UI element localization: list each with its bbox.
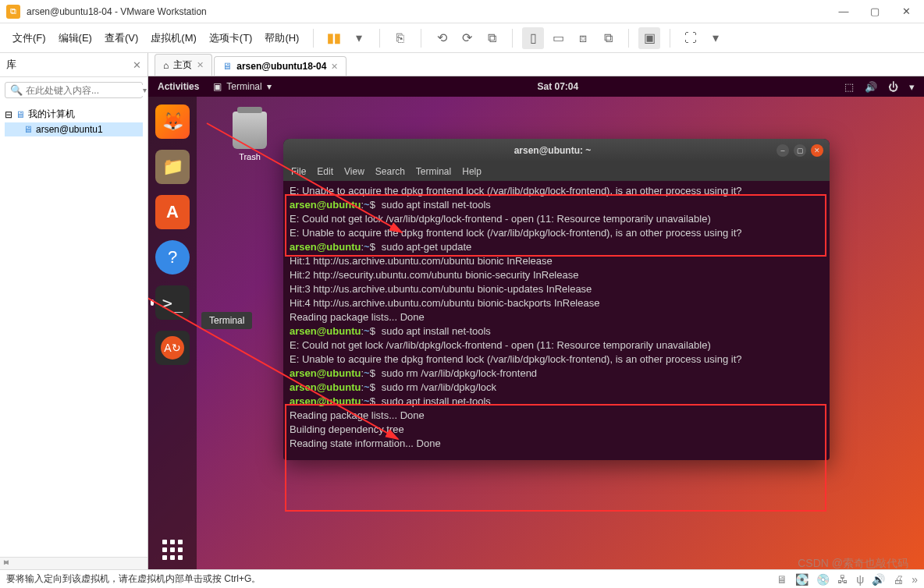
menu-file[interactable]: 文件(F)	[8, 29, 51, 48]
tree-vm-label: arsen@ubuntu1	[36, 124, 103, 135]
statusbar: 要将输入定向到该虚拟机，请在虚拟机内部单击或按 Ctrl+G。 🖥 💽 💿 🖧 …	[0, 569, 924, 588]
view-unity-icon[interactable]: ⧈	[572, 27, 594, 49]
device-monitor-icon[interactable]: 🖥	[777, 573, 787, 586]
library-panel: 库 ✕ 🔍 ▾ ⊟ 🖥 我的计算机 🖥 arsen@ubuntu1 ◄ ►	[0, 53, 148, 569]
stretch-icon[interactable]: ⛶	[680, 27, 702, 49]
window-maximize-button[interactable]: ▢	[863, 5, 887, 17]
fullscreen-icon[interactable]: ▣	[638, 27, 660, 49]
power-icon[interactable]: ⏻	[888, 81, 898, 93]
network-icon[interactable]: ⬚	[844, 81, 854, 93]
volume-icon[interactable]: 🔊	[865, 81, 877, 93]
terminal-output[interactable]: E: Unable to acquire the dpkg frontend l…	[283, 181, 830, 460]
device-network-icon[interactable]: 🖧	[837, 573, 848, 586]
tab-home-label: 主页	[173, 58, 192, 72]
dock-terminal[interactable]: >_	[155, 285, 190, 320]
trash-label: Trash	[226, 152, 273, 161]
library-title: 库	[6, 58, 16, 72]
panel-clock[interactable]: Sat 07:04	[272, 81, 844, 92]
dock-updater[interactable]: A↻	[155, 331, 190, 365]
terminal-window[interactable]: arsen@ubuntu: ~ – ▢ ✕ File Edit View Sea…	[283, 139, 830, 460]
view-single-icon[interactable]: ▯	[522, 27, 544, 49]
vmware-logo-icon: ⧉	[6, 5, 20, 19]
tab-close-icon[interactable]: ✕	[331, 62, 338, 72]
tab-strip: ⌂ 主页 ✕ 🖥 arsen@ubuntu18-04 ✕	[148, 53, 924, 76]
snapshot-manage-icon[interactable]: ⧉	[481, 27, 503, 49]
device-cd-icon[interactable]: 💿	[816, 573, 830, 586]
library-search[interactable]: 🔍 ▾	[5, 82, 143, 98]
dock-tooltip: Terminal	[201, 312, 252, 329]
term-min-button[interactable]: –	[777, 144, 789, 157]
term-menu-file[interactable]: File	[291, 166, 306, 177]
tree-root[interactable]: ⊟ 🖥 我的计算机	[5, 106, 143, 122]
menu-vm[interactable]: 虚拟机(M)	[146, 29, 201, 48]
tab-vm[interactable]: 🖥 arsen@ubuntu18-04 ✕	[214, 56, 346, 76]
device-chevron-icon[interactable]: »	[912, 573, 918, 586]
panel-app-menu[interactable]: ▣ Terminal ▾	[213, 81, 271, 92]
tree-root-label: 我的计算机	[28, 108, 75, 121]
term-menu-edit[interactable]: Edit	[317, 166, 333, 177]
tab-close-icon[interactable]: ✕	[197, 60, 204, 70]
separator	[421, 29, 421, 48]
dock-firefox[interactable]: 🦊	[155, 104, 190, 139]
search-dropdown-icon[interactable]: ▾	[143, 86, 147, 94]
menu-tabs[interactable]: 选项卡(T)	[204, 29, 258, 48]
term-menu-help[interactable]: Help	[462, 166, 482, 177]
window-minimize-button[interactable]: —	[832, 5, 855, 17]
view-console-icon[interactable]: ▭	[547, 27, 569, 49]
home-icon: ⌂	[163, 60, 169, 71]
activities-button[interactable]: Activities	[158, 81, 199, 92]
menubar: 文件(F) 编辑(E) 查看(V) 虚拟机(M) 选项卡(T) 帮助(H) ▮▮…	[0, 23, 924, 53]
term-max-button[interactable]: ▢	[794, 144, 806, 157]
stretch-dropdown-icon[interactable]: ▾	[705, 27, 727, 49]
tree-vm-item[interactable]: 🖥 arsen@ubuntu1	[5, 122, 143, 136]
library-tree: ⊟ 🖥 我的计算机 🖥 arsen@ubuntu1	[0, 103, 147, 557]
scroll-track[interactable]	[0, 558, 147, 569]
separator	[670, 29, 670, 48]
device-disk-icon[interactable]: 💽	[795, 573, 808, 586]
device-sound-icon[interactable]: 🔊	[872, 573, 885, 586]
term-close-button[interactable]: ✕	[811, 144, 823, 157]
dock-files[interactable]: 📁	[155, 150, 190, 184]
snapshot-icon[interactable]: ⎘	[389, 27, 411, 49]
collapse-icon: ⊟	[5, 109, 12, 120]
separator	[512, 29, 513, 48]
window-title: arsen@ubuntu18-04 - VMware Workstation	[27, 6, 832, 17]
snapshot-revert-icon[interactable]: ⟳	[456, 27, 478, 49]
chevron-down-icon[interactable]: ▾	[909, 81, 915, 93]
vm-tab-icon: 🖥	[222, 61, 232, 72]
dock-help[interactable]: ?	[155, 240, 190, 275]
device-usb-icon[interactable]: ψ	[856, 573, 864, 586]
vm-icon: 🖥	[23, 124, 33, 135]
library-search-input[interactable]	[26, 85, 143, 96]
menu-edit[interactable]: 编辑(E)	[54, 29, 97, 48]
play-dropdown-icon[interactable]: ▾	[348, 27, 370, 49]
window-titlebar: ⧉ arsen@ubuntu18-04 - VMware Workstation…	[0, 0, 924, 23]
menu-help[interactable]: 帮助(H)	[260, 29, 304, 48]
window-close-button[interactable]: ✕	[894, 5, 918, 17]
term-menu-view[interactable]: View	[344, 166, 364, 177]
separator	[379, 29, 380, 48]
term-menu-terminal[interactable]: Terminal	[416, 166, 451, 177]
term-menu-search[interactable]: Search	[375, 166, 405, 177]
trash-icon	[233, 112, 267, 149]
snapshot-take-icon[interactable]: ⟲	[431, 27, 453, 49]
menu-view[interactable]: 查看(V)	[100, 29, 143, 48]
dock-software[interactable]: A	[155, 195, 190, 229]
dock-apps-button[interactable]	[162, 540, 183, 560]
pause-button[interactable]: ▮▮	[323, 27, 345, 49]
panel-app-label: Terminal	[226, 81, 261, 92]
vm-display[interactable]: Activities ▣ Terminal ▾ Sat 07:04 ⬚ 🔊 ⏻ …	[148, 76, 924, 569]
separator	[313, 29, 314, 48]
view-thumb-icon[interactable]: ⧉	[597, 27, 619, 49]
tab-vm-label: arsen@ubuntu18-04	[236, 61, 326, 72]
statusbar-text: 要将输入定向到该虚拟机，请在虚拟机内部单击或按 Ctrl+G。	[6, 572, 777, 586]
tab-home[interactable]: ⌂ 主页 ✕	[155, 54, 212, 76]
desktop-trash[interactable]: Trash	[226, 112, 273, 161]
device-printer-icon[interactable]: 🖨	[893, 573, 904, 586]
watermark: CSDN @索奇也敲代码	[798, 557, 908, 571]
ubuntu-dock: 🦊 📁 A ? >_ A↻	[148, 97, 197, 569]
hscrollbar[interactable]: ◄ ►	[0, 557, 147, 569]
terminal-titlebar[interactable]: arsen@ubuntu: ~ – ▢ ✕	[283, 139, 830, 162]
search-icon: 🔍	[10, 84, 23, 96]
library-close-icon[interactable]: ✕	[133, 59, 141, 71]
